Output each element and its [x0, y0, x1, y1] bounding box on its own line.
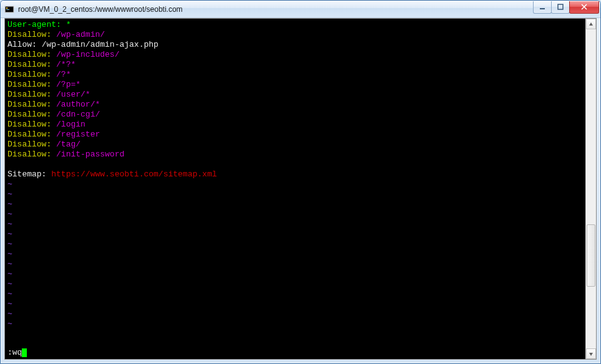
- robots-disallow-key: Disallow:: [7, 30, 51, 39]
- robots-allow-key: Allow:: [7, 40, 37, 49]
- robots-disallow-key: Disallow:: [7, 110, 51, 119]
- robots-disallow-val: /register: [56, 130, 100, 139]
- robots-disallow-val: /login: [56, 120, 86, 129]
- vim-tilde: ~: [7, 199, 12, 209]
- svg-rect-3: [6, 9, 9, 10]
- robots-disallow-key: Disallow:: [7, 90, 51, 99]
- scroll-down-button[interactable]: [586, 348, 596, 359]
- robots-disallow-val: /tag/: [56, 140, 81, 149]
- vim-tilde: ~: [7, 219, 12, 229]
- vim-tilde: ~: [7, 269, 12, 279]
- vim-tilde: ~: [7, 239, 12, 249]
- vim-tilde: ~: [7, 309, 12, 318]
- robots-disallow-key: Disallow:: [7, 120, 51, 129]
- vim-tilde: ~: [7, 229, 12, 239]
- scroll-up-button[interactable]: [586, 19, 596, 29]
- robots-sitemap-val: https://www.seobti.com/sitemap.xml: [51, 170, 217, 179]
- maximize-button[interactable]: [551, 1, 570, 14]
- scroll-thumb[interactable]: [587, 224, 595, 287]
- vim-tilde: ~: [7, 249, 12, 259]
- vim-tilde: ~: [7, 189, 12, 199]
- svg-rect-5: [558, 4, 563, 9]
- svg-rect-4: [540, 8, 545, 9]
- robots-disallow-key: Disallow:: [7, 150, 51, 159]
- robots-allow-val: /wp-admin/admin-ajax.php: [42, 40, 159, 49]
- robots-user-agent-key: User-agent:: [7, 20, 61, 29]
- robots-disallow-val: /wp-includes/: [56, 50, 119, 59]
- vim-tilde: ~: [7, 289, 12, 299]
- robots-disallow-key: Disallow:: [7, 130, 51, 139]
- window-title: root@VM_0_2_centos:/www/wwwroot/seobti.c…: [18, 5, 534, 14]
- minimize-button[interactable]: [533, 1, 552, 14]
- robots-disallow-val: /?*: [56, 70, 71, 79]
- putty-window: root@VM_0_2_centos:/www/wwwroot/seobti.c…: [0, 0, 601, 364]
- vim-tilde: ~: [7, 279, 12, 289]
- robots-disallow-val: /init-password: [56, 150, 124, 159]
- robots-disallow-key: Disallow:: [7, 50, 51, 59]
- vim-tilde: ~: [7, 299, 12, 309]
- robots-disallow-key: Disallow:: [7, 60, 51, 69]
- robots-disallow-val: /*?*: [56, 60, 76, 69]
- vim-tilde: ~: [7, 209, 12, 219]
- scrollbar[interactable]: [585, 19, 596, 359]
- client-area: User-agent: * Disallow: /wp-admin/ Allow…: [4, 18, 597, 360]
- svg-rect-2: [6, 7, 7, 9]
- terminal[interactable]: User-agent: * Disallow: /wp-admin/ Allow…: [5, 19, 585, 359]
- titlebar[interactable]: root@VM_0_2_centos:/www/wwwroot/seobti.c…: [1, 1, 600, 18]
- vim-tilde: ~: [7, 180, 12, 189]
- robots-disallow-key: Disallow:: [7, 100, 51, 109]
- robots-disallow-key: Disallow:: [7, 80, 51, 89]
- robots-disallow-val: /user/*: [56, 90, 90, 99]
- vim-tilde: ~: [7, 259, 12, 269]
- putty-icon: [4, 4, 14, 14]
- vim-tilde: ~: [7, 319, 12, 328]
- robots-disallow-val: /?p=*: [56, 80, 81, 89]
- cursor-icon: [22, 348, 27, 357]
- robots-disallow-val: /author/*: [56, 100, 100, 109]
- vim-command: :wq: [7, 348, 22, 357]
- vim-command-line[interactable]: :wq: [7, 348, 27, 358]
- close-button[interactable]: [569, 1, 599, 14]
- robots-sitemap-key: Sitemap:: [7, 170, 46, 179]
- window-controls: [534, 1, 599, 14]
- robots-disallow-key: Disallow:: [7, 70, 51, 79]
- robots-disallow-key: Disallow:: [7, 140, 51, 149]
- robots-user-agent-val: *: [66, 20, 71, 29]
- robots-disallow-val: /cdn-cgi/: [56, 110, 100, 119]
- robots-disallow-val: /wp-admin/: [56, 30, 105, 39]
